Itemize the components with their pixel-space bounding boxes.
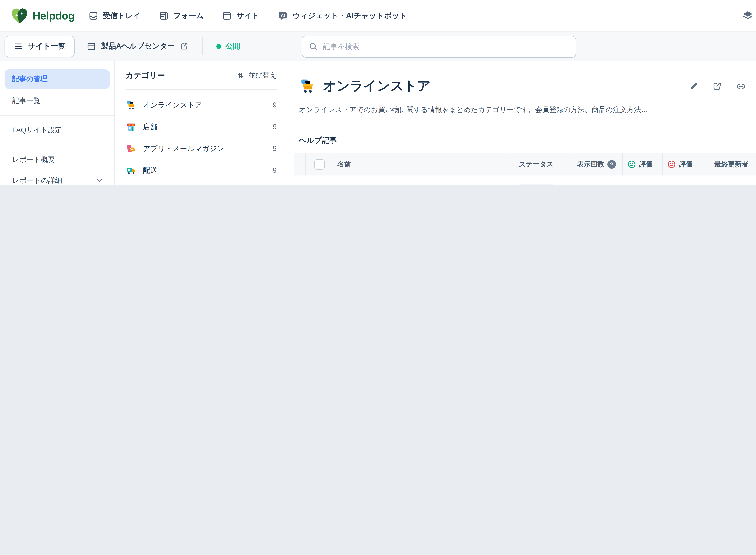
frown-icon <box>667 160 676 169</box>
current-site[interactable]: 製品Aヘルプセンター <box>86 41 189 51</box>
page-title: オンラインストア <box>323 77 431 95</box>
nav-widget-label: ウィジェット・AIチャットボット <box>293 11 407 21</box>
select-all-checkbox[interactable] <box>314 159 325 170</box>
sidebar-divider <box>0 115 114 116</box>
toolbar-divider <box>203 37 203 55</box>
cart-icon <box>126 100 136 111</box>
copy-link-icon[interactable] <box>736 81 746 91</box>
column-status: ステータス <box>504 153 569 175</box>
sort-arrows-icon <box>237 71 245 80</box>
top-bar: Helpdog 受信トレイ フォーム サイト ウィジェット・AIチャットボット <box>0 0 756 31</box>
category-item-store[interactable]: 店舗 9 <box>126 116 277 138</box>
category-item-online-store[interactable]: オンラインストア 9 <box>126 94 277 116</box>
nav-inbox[interactable]: 受信トレイ <box>88 11 141 21</box>
open-external-icon[interactable] <box>180 42 189 51</box>
inbox-icon <box>88 11 98 21</box>
form-icon <box>159 11 169 21</box>
browser-window-icon <box>222 11 232 21</box>
column-good-label: 評価 <box>639 160 653 169</box>
category-count: 9 <box>272 123 277 131</box>
article-row: 記事のタイトル 公開 9,999 20 50 竹本 信好 20 <box>294 175 756 185</box>
category-label: 配送 <box>143 166 157 175</box>
open-external-icon[interactable] <box>712 81 722 91</box>
sidebar-divider <box>0 145 114 145</box>
site-icon <box>86 42 96 51</box>
category-title-row: オンラインストア 記事を追加 <box>299 75 756 97</box>
select-all-cell <box>306 153 333 175</box>
cart-icon-large <box>299 78 316 95</box>
title-actions: 記事を追加 <box>689 75 756 97</box>
search-icon <box>308 42 319 52</box>
nav-forms-label: フォーム <box>173 11 204 21</box>
app-mail-icon <box>126 143 136 154</box>
sort-label: 並び替え <box>248 71 277 80</box>
sidebar-item-article-management[interactable]: 記事の管理 <box>5 69 110 89</box>
help-articles-heading: ヘルプ記事 <box>299 136 756 145</box>
status-label: 公開 <box>225 42 240 51</box>
nav-inbox-label: 受信トレイ <box>103 11 141 21</box>
category-panel-title: カテゴリー <box>126 70 165 81</box>
sidebar-label: 記事一覧 <box>12 96 40 105</box>
current-site-name: 製品Aヘルプセンター <box>101 41 175 51</box>
main-panel: オンラインストア 記事を追加 オンラインストアでのお買い物に関する情報をま <box>288 61 756 185</box>
column-good-rating: 評価 <box>623 153 663 175</box>
sidebar-item-article-list[interactable]: 記事一覧 <box>0 90 114 111</box>
helpdog-dog-icon <box>10 6 29 25</box>
chevron-down-icon <box>96 177 103 184</box>
nav-forms[interactable]: フォーム <box>159 11 204 21</box>
column-bad-label: 評価 <box>679 160 692 169</box>
column-bad-rating: 評価 <box>663 153 707 175</box>
storefront-icon <box>126 122 136 132</box>
site-toolbar: サイト一覧 製品Aヘルプセンター 公開 <box>0 31 756 61</box>
category-divider <box>126 89 277 90</box>
layers-icon <box>742 9 754 22</box>
column-updated-by: 最終更新者 <box>707 153 756 175</box>
nav-site[interactable]: サイト <box>222 11 259 21</box>
column-name: 名前 <box>333 153 504 175</box>
site-list-button[interactable]: サイト一覧 <box>5 36 75 57</box>
category-count: 9 <box>272 145 277 153</box>
category-item-returns[interactable]: 返品・交換 9 <box>126 181 277 185</box>
sort-button[interactable]: 並び替え <box>237 71 277 80</box>
logo-wordmark: Helpdog <box>33 9 75 22</box>
edit-pencil-icon[interactable] <box>689 81 699 91</box>
category-label: オンラインストア <box>143 100 202 110</box>
category-description: オンラインストアでのお買い物に関する情報をまとめたカテゴリーです。会員登録の方法… <box>299 105 756 115</box>
category-count: 9 <box>272 101 277 109</box>
sidebar-label: 記事の管理 <box>12 74 48 84</box>
status-badge: 公開 <box>518 184 555 185</box>
sidebar-label: レポート概要 <box>12 155 55 164</box>
category-label: アプリ・メールマガジン <box>143 144 224 154</box>
article-status-cell: 公開 <box>504 184 569 185</box>
sidebar-item-report-overview[interactable]: レポート概要 <box>0 149 114 170</box>
help-circle-icon[interactable]: ? <box>607 160 616 169</box>
hamburger-icon <box>13 42 23 51</box>
sidebar-item-report-details[interactable]: レポートの詳細 <box>0 170 114 185</box>
category-item-app-newsletter[interactable]: アプリ・メールマガジン 9 <box>126 138 277 160</box>
smile-icon <box>627 160 636 169</box>
learning-center-button[interactable] <box>742 9 754 22</box>
category-list: オンラインストア 9 店舗 9 アプリ・メールマガジン 9 配送 9 <box>126 94 277 185</box>
sidebar: 記事の管理 記事一覧 FAQサイト設定 レポート概要 レポートの詳細 サイト診断 <box>0 61 115 185</box>
site-list-label: サイト一覧 <box>28 41 66 51</box>
sidebar-item-faq-site-settings[interactable]: FAQサイト設定 <box>0 120 114 140</box>
site-status: 公開 <box>216 42 240 51</box>
category-panel: カテゴリー 並び替え オンラインストア 9 店舗 9 <box>115 61 288 185</box>
nav-widget-ai-chatbot[interactable]: ウィジェット・AIチャットボット <box>278 10 407 21</box>
category-label: 店舗 <box>143 122 157 132</box>
content-columns: 記事の管理 記事一覧 FAQサイト設定 レポート概要 レポートの詳細 サイト診断 <box>0 61 756 185</box>
status-dot <box>216 44 221 49</box>
delivery-truck-icon <box>126 165 136 176</box>
articles-table-header: 名前 ステータス 表示回数 ? 評価 評価 最終更新者 最終更新日 <box>294 153 756 175</box>
nav-site-label: サイト <box>237 11 259 21</box>
search-input[interactable] <box>302 36 576 57</box>
column-views: 表示回数 ? <box>569 153 623 175</box>
helpdog-logo[interactable]: Helpdog <box>10 6 75 25</box>
category-count: 9 <box>272 166 277 175</box>
article-search <box>302 36 576 57</box>
drag-column-header <box>294 153 306 175</box>
category-panel-header: カテゴリー 並び替え <box>126 61 277 89</box>
app-window: Helpdog 受信トレイ フォーム サイト ウィジェット・AIチャットボット <box>0 0 756 185</box>
category-item-delivery[interactable]: 配送 9 <box>126 160 277 181</box>
sidebar-label: レポートの詳細 <box>12 176 62 185</box>
